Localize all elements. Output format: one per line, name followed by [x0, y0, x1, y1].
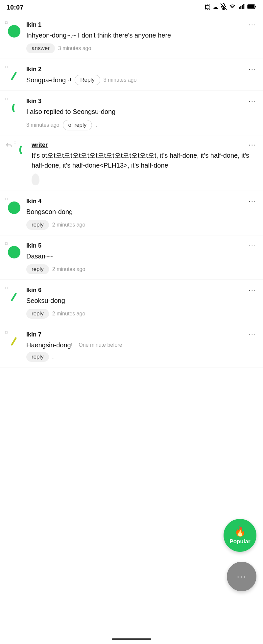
- comment-item-ikin6: □ Ikin 6 ··· Seoksu-dong reply 2 minutes…: [0, 280, 263, 324]
- reply-tag-ikin4[interactable]: reply: [26, 220, 49, 230]
- reply-tag-ikin2[interactable]: Reply: [75, 75, 100, 85]
- fab-popular-button[interactable]: 🔥 Popular: [224, 519, 256, 552]
- slash-icon-ikin6: [8, 291, 20, 303]
- comment-text-ikin6: Seoksu-dong: [26, 296, 258, 306]
- avatar-circle-ikin1: [8, 25, 20, 38]
- fab-popular-label: Popular: [229, 538, 250, 545]
- timestamp-ikin2: 3 minutes ago: [104, 77, 137, 83]
- comment-footer-ikin4: reply 2 minutes ago: [26, 220, 258, 230]
- status-bar: 10:07 🖼 ☁: [0, 0, 263, 14]
- comment-item-ikin5: □ Ikin 5 ··· Dasan~~ reply 2 minutes ago: [0, 235, 263, 280]
- comment-text-ikin1: Inhyeon-dong~.~ I don't think there's an…: [26, 30, 258, 40]
- image-icon: 🖼: [204, 4, 210, 11]
- username-ikin2: Ikin 2: [26, 66, 41, 73]
- more-btn-ikin2[interactable]: ···: [247, 65, 258, 73]
- comment-text-ikin2: Songpa-dong~!: [26, 75, 71, 85]
- comment-list: □ Ikin 1 ··· Inhyeon-dong~.~ I don't thi…: [0, 14, 263, 367]
- battery-icon: [247, 4, 256, 11]
- avatar-circle-ikin4: [8, 201, 20, 214]
- signal-icon: [238, 4, 245, 11]
- comment-header-ikin7: Ikin 7 ···: [26, 330, 258, 339]
- comment-content-ikin7: Ikin 7 ··· Haengsin-dong! One minute bef…: [26, 330, 258, 362]
- comment-footer-ikin1: answer 3 minutes ago: [26, 43, 258, 53]
- comment-item-ikin7: □ Ikin 7 ··· Haengsin-dong! One minute b…: [0, 324, 263, 367]
- slash-icon-ikin2: [8, 70, 20, 82]
- avatar-ikin5: □: [5, 241, 22, 258]
- comment-footer-ikin5: reply 2 minutes ago: [26, 264, 258, 274]
- mute-icon: [220, 3, 227, 11]
- timestamp-ikin3: 3 minutes ago: [26, 122, 60, 128]
- more-btn-ikin6[interactable]: ···: [247, 286, 258, 294]
- svg-rect-7: [243, 4, 244, 9]
- comment-header-ikin4: Ikin 4 ···: [26, 197, 258, 205]
- more-btn-ikin5[interactable]: ···: [247, 241, 258, 250]
- comment-item-ikin2: □ Ikin 2 ··· Songpa-dong~! Reply 3 minut…: [0, 59, 263, 91]
- svg-rect-6: [242, 5, 243, 9]
- comment-header-ikin3: Ikin 3 ···: [26, 97, 258, 105]
- username-ikin5: Ikin 5: [26, 242, 41, 249]
- comment-content-ikin6: Ikin 6 ··· Seoksu-dong reply 2 minutes a…: [26, 286, 258, 319]
- avatar-indicator-ikin4: □: [5, 197, 9, 200]
- comment-item-writer: □ writer ··· It's ot오t오t오t오t오t오t오t오t오t오t…: [0, 136, 263, 191]
- avatar-ikin6: □: [5, 286, 22, 303]
- comment-header-ikin5: Ikin 5 ···: [26, 241, 258, 250]
- avatar-indicator-ikin5: □: [5, 241, 9, 245]
- avatar-ikin1: □: [5, 20, 22, 38]
- slash-icon-ikin3: [8, 102, 20, 114]
- svg-rect-4: [239, 7, 240, 9]
- bottom-bar: [0, 634, 263, 644]
- comment-header-writer: writer ···: [32, 141, 258, 149]
- avatar-indicator-ikin3: □: [5, 97, 9, 100]
- comment-item-ikin4: □ Ikin 4 ··· Bongseon-dong reply 2 minut…: [0, 191, 263, 235]
- wifi-icon: [229, 4, 236, 11]
- timestamp-ikin5: 2 minutes ago: [52, 266, 85, 272]
- username-ikin1: Ikin 1: [26, 21, 41, 28]
- comment-footer-ikin6: reply 2 minutes ago: [26, 309, 258, 319]
- comment-header-ikin2: Ikin 2 ···: [26, 65, 258, 73]
- answer-tag-ikin1[interactable]: answer: [26, 43, 55, 53]
- more-btn-writer[interactable]: ···: [247, 141, 258, 149]
- avatar-indicator-writer: □: [14, 141, 17, 144]
- fab-more-button[interactable]: ···: [227, 562, 256, 591]
- reply-tag-ikin7[interactable]: reply: [26, 352, 49, 362]
- comment-content-ikin1: Ikin 1 ··· Inhyeon-dong~.~ I don't think…: [26, 20, 258, 53]
- username-ikin7: Ikin 7: [26, 331, 41, 338]
- avatar-indicator-ikin6: □: [5, 286, 9, 289]
- username-ikin4: Ikin 4: [26, 198, 41, 205]
- reply-arrow-icon: [5, 141, 12, 148]
- cloud-icon: ☁: [212, 4, 218, 11]
- reply-tag-ikin5[interactable]: reply: [26, 264, 49, 274]
- comment-content-ikin4: Ikin 4 ··· Bongseon-dong reply 2 minutes…: [26, 197, 258, 230]
- username-writer: writer: [32, 142, 48, 148]
- comment-content-ikin2: Ikin 2 ··· Songpa-dong~! Reply 3 minutes…: [26, 65, 258, 85]
- comment-text-ikin7: Haengsin-dong!: [26, 340, 73, 350]
- more-btn-ikin4[interactable]: ···: [247, 197, 258, 205]
- svg-rect-10: [255, 6, 256, 8]
- timestamp-ikin7: One minute before: [79, 342, 122, 348]
- comment-inline-ikin7: Haengsin-dong! One minute before: [26, 340, 258, 350]
- more-btn-ikin1[interactable]: ···: [247, 20, 258, 29]
- fire-icon: 🔥: [234, 526, 246, 537]
- more-btn-ikin7[interactable]: ···: [247, 330, 258, 339]
- status-time: 10:07: [7, 4, 23, 11]
- comment-text-ikin5: Dasan~~: [26, 251, 258, 261]
- avatar-writer: □: [14, 141, 28, 155]
- avatar-ikin7: □: [5, 330, 22, 347]
- comment-footer-ikin2: Songpa-dong~! Reply 3 minutes ago: [26, 75, 258, 85]
- comment-footer-ikin3: 3 minutes ago of reply .: [26, 120, 258, 130]
- avatar-indicator-ikin1: □: [5, 20, 9, 24]
- reply-tag-ikin6[interactable]: reply: [26, 309, 49, 319]
- ofreply-tag-ikin3[interactable]: of reply: [63, 120, 92, 130]
- comment-text-writer: It's ot오t오t오t오t오t오t오t오t오t오t오t오t오t, it's …: [32, 150, 258, 170]
- username-ikin6: Ikin 6: [26, 287, 41, 294]
- svg-rect-5: [240, 6, 241, 9]
- avatar-ikin2: □: [5, 65, 22, 82]
- avatar-ikin4: □: [5, 197, 22, 214]
- timestamp-ikin6: 2 minutes ago: [52, 311, 85, 317]
- more-btn-ikin3[interactable]: ···: [247, 97, 258, 105]
- status-icons: 🖼 ☁: [204, 3, 256, 11]
- username-ikin3: Ikin 3: [26, 98, 41, 105]
- dot-ikin3: .: [95, 122, 97, 129]
- timestamp-ikin4: 2 minutes ago: [52, 222, 85, 228]
- slash-icon-writer: [16, 145, 26, 155]
